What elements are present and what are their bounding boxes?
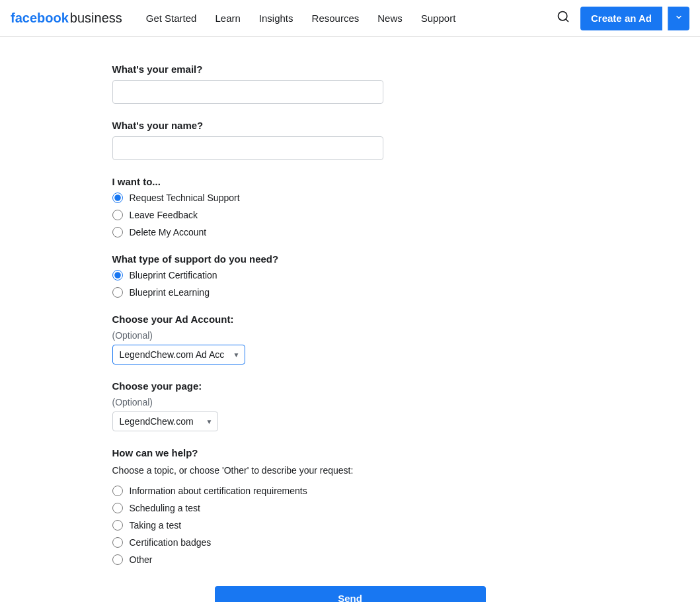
radio-cert-requirements[interactable]: Information about certification requirem… <box>112 486 588 496</box>
radio-delete-account-label: Delete My Account <box>130 227 207 237</box>
brand-logo[interactable]: facebook business <box>11 11 122 26</box>
radio-cert-badges-input[interactable] <box>112 537 123 548</box>
help-label: How can we help? <box>112 447 588 458</box>
nav-learn[interactable]: Learn <box>207 7 248 29</box>
radio-request-support-input[interactable] <box>112 193 123 203</box>
main-content: What's your email? What's your name? I w… <box>99 37 602 602</box>
radio-other-input[interactable] <box>112 554 123 565</box>
radio-cert-requirements-input[interactable] <box>112 486 123 496</box>
brand-business-text: business <box>70 11 122 26</box>
nav-actions: Create an Ad <box>551 5 689 32</box>
email-label: What's your email? <box>112 64 588 75</box>
radio-blueprint-elearning-label: Blueprint eLearning <box>130 287 210 298</box>
nav-support[interactable]: Support <box>413 7 464 29</box>
support-type-radio-group: Blueprint Certification Blueprint eLearn… <box>112 270 588 298</box>
radio-cert-badges[interactable]: Certification badges <box>112 537 588 548</box>
name-group: What's your name? <box>112 120 588 160</box>
radio-scheduling-test-label: Scheduling a test <box>130 503 200 513</box>
email-group: What's your email? <box>112 64 588 104</box>
nav-news[interactable]: News <box>369 7 410 29</box>
radio-cert-requirements-label: Information about certification requirem… <box>130 486 307 496</box>
radio-blueprint-cert-input[interactable] <box>112 270 123 280</box>
radio-blueprint-cert[interactable]: Blueprint Certification <box>112 270 588 280</box>
radio-delete-account-input[interactable] <box>112 227 123 237</box>
help-radio-group: Information about certification requirem… <box>112 486 588 565</box>
want-to-radio-group: Request Technical Support Leave Feedback… <box>112 193 588 237</box>
page-select-wrapper: LegendChew.com ▼ <box>112 411 218 431</box>
want-to-group: I want to... Request Technical Support L… <box>112 176 588 237</box>
support-type-label: What type of support do you need? <box>112 253 588 265</box>
chevron-down-icon <box>675 13 683 21</box>
radio-blueprint-cert-label: Blueprint Certification <box>130 270 217 280</box>
radio-taking-test-label: Taking a test <box>130 520 182 531</box>
radio-other-label: Other <box>130 554 153 565</box>
help-subtitle: Choose a topic, or choose 'Other' to des… <box>112 464 588 478</box>
nav-insights[interactable]: Insights <box>251 7 301 29</box>
radio-request-support[interactable]: Request Technical Support <box>112 193 588 203</box>
want-to-label: I want to... <box>112 176 588 187</box>
name-input[interactable] <box>112 136 383 160</box>
ad-account-optional: (Optional) <box>112 330 588 341</box>
radio-blueprint-elearning-input[interactable] <box>112 287 123 298</box>
radio-cert-badges-label: Certification badges <box>130 537 212 548</box>
page-select[interactable]: LegendChew.com <box>112 411 218 431</box>
ad-account-label: Choose your Ad Account: <box>112 314 588 325</box>
nav-links: Get Started Learn Insights Resources New… <box>138 7 551 29</box>
radio-taking-test-input[interactable] <box>112 520 123 531</box>
page-label: Choose your page: <box>112 380 588 392</box>
svg-line-1 <box>566 19 568 22</box>
radio-delete-account[interactable]: Delete My Account <box>112 227 588 237</box>
email-input[interactable] <box>112 80 383 104</box>
radio-taking-test[interactable]: Taking a test <box>112 520 588 531</box>
ad-account-select[interactable]: LegendChew.com Ad Acc <box>112 345 245 365</box>
send-button[interactable]: Send <box>215 586 486 602</box>
create-ad-dropdown-button[interactable] <box>668 7 689 30</box>
ad-account-group: Choose your Ad Account: (Optional) Legen… <box>112 314 588 365</box>
page-group: Choose your page: (Optional) LegendChew.… <box>112 380 588 431</box>
radio-blueprint-elearning[interactable]: Blueprint eLearning <box>112 287 588 298</box>
radio-leave-feedback-input[interactable] <box>112 210 123 220</box>
brand-facebook-text: facebook <box>11 11 69 26</box>
radio-other[interactable]: Other <box>112 554 588 565</box>
nav-resources[interactable]: Resources <box>304 7 368 29</box>
radio-leave-feedback-label: Leave Feedback <box>130 210 198 220</box>
name-label: What's your name? <box>112 120 588 131</box>
radio-scheduling-test[interactable]: Scheduling a test <box>112 503 588 513</box>
ad-account-select-wrapper: LegendChew.com Ad Acc ▼ <box>112 345 245 365</box>
search-button[interactable] <box>551 5 575 32</box>
navbar: facebook business Get Started Learn Insi… <box>0 0 700 37</box>
page-optional: (Optional) <box>112 397 588 408</box>
search-icon <box>557 10 570 23</box>
radio-request-support-label: Request Technical Support <box>130 193 240 203</box>
radio-leave-feedback[interactable]: Leave Feedback <box>112 210 588 220</box>
nav-get-started[interactable]: Get Started <box>138 7 205 29</box>
help-group: How can we help? Choose a topic, or choo… <box>112 447 588 565</box>
create-ad-button[interactable]: Create an Ad <box>580 7 662 30</box>
support-type-group: What type of support do you need? Bluepr… <box>112 253 588 298</box>
radio-scheduling-test-input[interactable] <box>112 503 123 513</box>
